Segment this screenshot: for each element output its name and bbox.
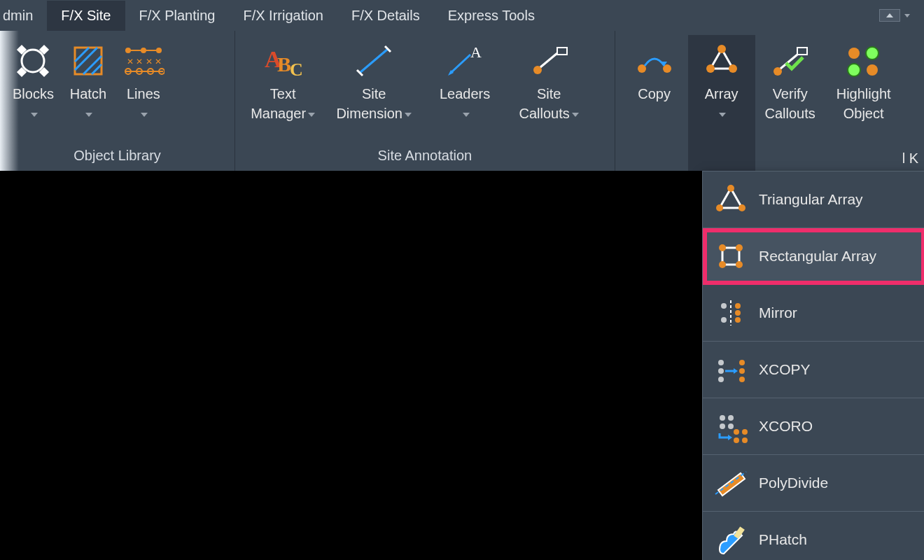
svg-point-61 — [718, 360, 724, 365]
chevron-down-icon — [405, 113, 412, 117]
svg-marker-73 — [728, 435, 732, 440]
svg-point-54 — [736, 261, 743, 268]
verify-callouts-button[interactable]: VerifyCallouts — [755, 35, 825, 171]
menu-item-xcoro[interactable]: XCORO — [703, 398, 924, 455]
svg-text:A: A — [470, 43, 482, 61]
menu-label: PHatch — [759, 531, 807, 548]
svg-point-58 — [735, 303, 741, 309]
svg-text:B: B — [277, 52, 291, 76]
leaders-label: Leaders — [440, 86, 490, 102]
menu-item-triangular-array[interactable]: Triangular Array — [703, 172, 924, 228]
svg-point-67 — [739, 368, 745, 374]
svg-rect-41 — [797, 48, 807, 55]
svg-point-77 — [742, 438, 748, 443]
svg-point-36 — [718, 45, 726, 53]
svg-text:C: C — [290, 59, 303, 80]
site-dimension-label-2: Dimension — [336, 106, 402, 121]
menu-item-rectangular-array[interactable]: Rectangular Array — [703, 228, 924, 285]
tab-fx-details[interactable]: F/X Details — [337, 1, 434, 31]
svg-point-0 — [22, 50, 44, 72]
svg-rect-31 — [557, 48, 567, 55]
svg-line-23 — [360, 49, 388, 73]
menu-label: Triangular Array — [759, 191, 863, 208]
svg-point-56 — [721, 303, 727, 309]
menu-label: XCOPY — [759, 361, 811, 378]
svg-point-48 — [738, 204, 746, 211]
site-callouts-label-2: Callouts — [519, 106, 570, 121]
menu-item-mirror[interactable]: Mirror — [703, 285, 924, 342]
svg-point-76 — [734, 438, 739, 443]
array-label: Array — [705, 86, 738, 102]
chevron-down-icon — [904, 14, 910, 18]
svg-point-70 — [728, 415, 734, 421]
svg-point-60 — [735, 317, 741, 323]
tab-fx-planting[interactable]: F/X Planting — [125, 1, 230, 31]
leaders-button[interactable]: A Leaders — [423, 35, 507, 126]
svg-point-62 — [718, 368, 724, 374]
text-manager-button[interactable]: A B C TextManager — [241, 35, 325, 126]
svg-point-42 — [848, 48, 860, 59]
hatch-button[interactable]: Hatch — [61, 35, 115, 126]
site-dimension-button[interactable]: SiteDimension — [325, 35, 423, 126]
svg-point-45 — [867, 64, 878, 76]
svg-rect-50 — [722, 248, 739, 265]
hatch-label: Hatch — [70, 86, 106, 102]
site-dimension-label-1: Site — [362, 86, 386, 102]
lines-icon: ✕ ✕ ✕ ✕ — [122, 38, 164, 84]
svg-point-75 — [742, 429, 748, 435]
svg-point-38 — [706, 64, 715, 73]
blocks-icon — [14, 38, 52, 84]
svg-marker-65 — [734, 368, 738, 374]
array-dropdown-menu: Triangular Array Rectangular Array Mir — [702, 171, 924, 560]
xcopy-icon — [713, 351, 749, 388]
tab-fx-irrigation[interactable]: F/X Irrigation — [229, 1, 337, 31]
tab-admin-partial[interactable]: dmin — [0, 1, 47, 31]
svg-point-66 — [739, 360, 745, 365]
svg-point-59 — [735, 310, 741, 316]
svg-point-49 — [716, 204, 723, 211]
svg-point-71 — [720, 424, 725, 429]
blocks-button[interactable]: Blocks — [6, 35, 61, 126]
highlight-object-button[interactable]: HighlightObject — [825, 35, 902, 171]
menu-label: Rectangular Array — [759, 248, 876, 265]
lines-label: Lines — [127, 86, 160, 102]
tab-express-tools[interactable]: Express Tools — [434, 1, 549, 31]
menu-item-polydivide[interactable]: PolyDivide — [703, 455, 924, 512]
panel-title-site-annotation: Site Annotation — [235, 144, 615, 171]
svg-line-30 — [540, 53, 557, 67]
triangular-array-icon — [713, 181, 749, 218]
highlight-label-1: Highlight — [836, 86, 891, 102]
callouts-icon — [528, 38, 570, 84]
chevron-down-icon — [141, 113, 148, 117]
lines-button[interactable]: ✕ ✕ ✕ ✕ Lines — [115, 35, 172, 126]
svg-line-26 — [451, 55, 470, 73]
text-manager-icon: A B C — [262, 38, 304, 84]
text-manager-label-2: Manager — [251, 106, 306, 121]
rectangular-array-icon — [713, 238, 749, 274]
menu-item-phatch[interactable]: PHatch — [703, 512, 924, 560]
copy-button[interactable]: Copy — [621, 35, 688, 171]
quick-access-dropdown[interactable] — [879, 9, 924, 22]
verify-icon — [769, 38, 811, 84]
chevron-down-icon — [31, 113, 38, 117]
svg-point-68 — [739, 377, 745, 382]
tab-fx-site[interactable]: F/X Site — [47, 1, 125, 31]
svg-point-51 — [719, 244, 726, 251]
svg-point-52 — [736, 244, 743, 251]
phatch-icon — [713, 522, 749, 558]
chevron-down-icon — [85, 113, 92, 117]
clipped-text: l K — [902, 150, 918, 171]
panel-title-object-library: Object Library — [0, 144, 234, 171]
array-button[interactable]: Array — [688, 35, 755, 171]
panel-tools: Copy Array — [615, 31, 924, 171]
svg-point-63 — [718, 377, 724, 382]
highlight-icon — [843, 38, 885, 84]
site-callouts-button[interactable]: SiteCallouts — [507, 35, 591, 126]
highlight-label-2: Object — [844, 106, 884, 121]
verify-label-1: Verify — [773, 86, 808, 102]
tab-bar: dmin F/X Site F/X Planting F/X Irrigatio… — [0, 0, 924, 31]
chevron-down-icon — [572, 113, 579, 117]
array-icon — [702, 38, 741, 84]
menu-item-xcopy[interactable]: XCOPY — [703, 342, 924, 398]
leaders-icon: A — [444, 38, 486, 84]
